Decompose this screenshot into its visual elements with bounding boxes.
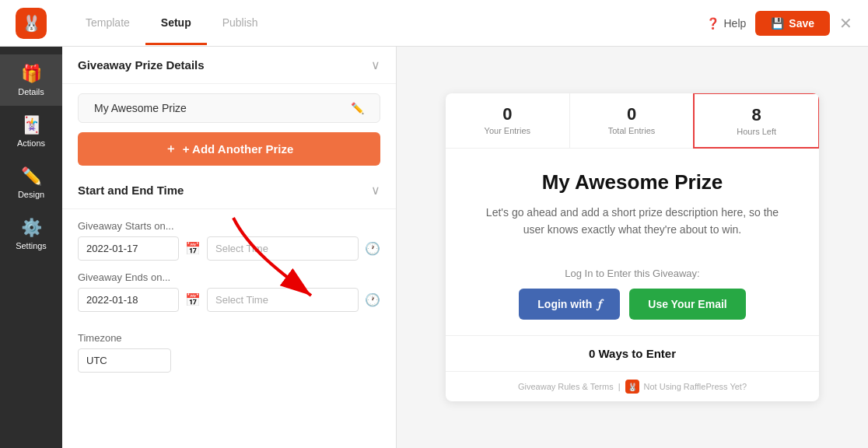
tab-template[interactable]: Template <box>70 2 145 45</box>
start-time-row: 📅 Select Time 🕐 <box>78 236 380 261</box>
login-email-button[interactable]: Use Your Email <box>629 289 745 320</box>
end-time-row: 📅 Select Time 🕐 <box>78 288 380 312</box>
close-button[interactable]: ✕ <box>839 14 852 33</box>
tab-setup[interactable]: Setup <box>145 2 207 45</box>
end-date-input[interactable] <box>78 288 179 312</box>
logo: 🐰 <box>16 8 47 39</box>
prize-chevron-icon: ∨ <box>371 58 380 72</box>
save-icon: 💾 <box>771 17 784 30</box>
start-time-clock-icon[interactable]: 🕐 <box>365 241 380 256</box>
timezone-input[interactable] <box>78 348 171 373</box>
help-button[interactable]: ❓ Help <box>706 17 747 30</box>
edit-prize-icon[interactable]: ✏️ <box>351 102 364 114</box>
your-entries-label: Your Entries <box>453 126 562 135</box>
timezone-section: Timezone <box>62 324 396 380</box>
ways-to-enter-section: 0 Ways to Enter <box>446 335 819 371</box>
total-entries-value: 0 <box>578 104 686 124</box>
start-time-select[interactable]: Select Time <box>207 236 359 261</box>
time-section-header[interactable]: Start and End Time ∨ <box>62 172 396 209</box>
stat-hours-left: 8 Hours Left <box>693 93 819 149</box>
end-time-select[interactable]: Select Time <box>207 288 359 312</box>
facebook-icon: 𝑓 <box>598 297 601 311</box>
preview-footer: Giveaway Rules & Terms | 🐰 Not Using Raf… <box>446 371 819 401</box>
add-prize-label: + Add Another Prize <box>183 142 294 156</box>
add-another-prize-button[interactable]: ＋ + Add Another Prize <box>78 132 380 166</box>
stat-total-entries: 0 Total Entries <box>570 93 695 148</box>
sidebar-item-label-actions: Actions <box>17 138 45 148</box>
total-entries-label: Total Entries <box>578 126 686 135</box>
stats-row: 0 Your Entries 0 Total Entries 8 Hours L… <box>446 93 819 149</box>
sidebar-item-settings[interactable]: ⚙️ Settings <box>0 208 62 260</box>
login-facebook-button[interactable]: Login with 𝑓 <box>519 289 620 320</box>
sidebar-item-label-details: Details <box>18 87 44 96</box>
actions-icon: 🃏 <box>21 115 42 135</box>
ways-to-enter-title: 0 Ways to Enter <box>457 347 808 360</box>
prize-name: My Awesome Prize <box>94 102 187 114</box>
design-icon: ✏️ <box>21 166 42 187</box>
footer-raffle-text[interactable]: Not Using RafflePress Yet? <box>644 382 747 391</box>
main-layout: 🎁 Details 🃏 Actions ✏️ Design ⚙️ Setting… <box>0 47 868 448</box>
login-section: Log In to Enter this Giveaway: Login wit… <box>446 260 819 335</box>
nav-right: ❓ Help 💾 Save ✕ <box>706 11 853 36</box>
sidebar-item-design[interactable]: ✏️ Design <box>0 157 62 208</box>
timezone-label: Timezone <box>78 332 380 344</box>
login-buttons: Login with 𝑓 Use Your Email <box>477 289 788 320</box>
your-entries-value: 0 <box>453 104 562 124</box>
end-time-clock-icon[interactable]: 🕐 <box>365 292 380 307</box>
preview-prize-title: My Awesome Prize <box>477 170 788 194</box>
left-panel: Giveaway Prize Details ∨ My Awesome Priz… <box>62 47 397 448</box>
time-section-title: Start and End Time <box>78 184 184 197</box>
sidebar-item-details[interactable]: 🎁 Details <box>0 54 62 106</box>
time-section: Giveaway Starts on... 📅 Select Time 🕐 Gi… <box>62 220 396 324</box>
login-label: Log In to Enter this Giveaway: <box>477 268 788 279</box>
right-preview: 0 Your Entries 0 Total Entries 8 Hours L… <box>397 47 868 448</box>
starts-label: Giveaway Starts on... <box>78 220 380 232</box>
nav-tabs: Template Setup Publish <box>70 2 274 44</box>
fb-label: Login with <box>537 298 592 310</box>
start-date-calendar-icon[interactable]: 📅 <box>185 241 201 256</box>
footer-rules-text[interactable]: Giveaway Rules & Terms <box>518 382 614 391</box>
sidebar-item-actions[interactable]: 🃏 Actions <box>0 106 62 157</box>
time-chevron-icon: ∨ <box>371 183 380 198</box>
prize-item: My Awesome Prize ✏️ <box>78 93 380 123</box>
settings-icon: ⚙️ <box>21 218 42 238</box>
start-date-input[interactable] <box>78 236 179 261</box>
end-date-calendar-icon[interactable]: 📅 <box>185 292 201 307</box>
hours-left-value: 8 <box>702 105 810 125</box>
sidebar-item-label-design: Design <box>18 190 44 199</box>
hours-left-label: Hours Left <box>702 127 810 136</box>
details-icon: 🎁 <box>21 64 42 84</box>
stat-your-entries: 0 Your Entries <box>446 93 570 148</box>
footer-separator: | <box>618 382 621 391</box>
sidebar: 🎁 Details 🃏 Actions ✏️ Design ⚙️ Setting… <box>0 47 62 448</box>
top-nav: 🐰 Template Setup Publish ❓ Help 💾 Save ✕ <box>0 0 868 47</box>
tab-publish[interactable]: Publish <box>207 2 274 45</box>
raffle-press-logo: 🐰 <box>625 380 639 394</box>
add-prize-plus-icon: ＋ <box>165 142 177 156</box>
sidebar-item-label-settings: Settings <box>16 241 47 250</box>
ends-label: Giveaway Ends on... <box>78 271 380 283</box>
prize-section-title: Giveaway Prize Details <box>78 58 205 72</box>
preview-card: 0 Your Entries 0 Total Entries 8 Hours L… <box>446 93 819 402</box>
preview-prize-desc: Let's go ahead and add a short prize des… <box>477 204 788 239</box>
prize-section-header[interactable]: Giveaway Prize Details ∨ <box>62 47 396 84</box>
help-icon: ❓ <box>706 17 719 30</box>
save-button[interactable]: 💾 Save <box>755 11 830 36</box>
prize-content: My Awesome Prize Let's go ahead and add … <box>446 149 819 261</box>
